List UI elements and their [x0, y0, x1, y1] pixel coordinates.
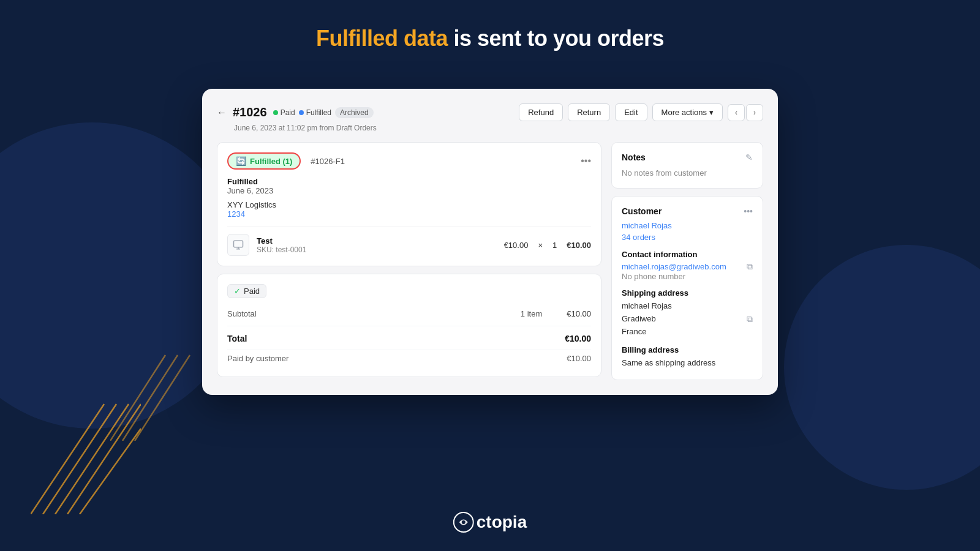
shipping-name: michael Rojas [622, 300, 672, 313]
svg-point-10 [462, 520, 466, 524]
shipping-address-title: Shipping address [622, 288, 753, 298]
truck-icon: 🔄 [236, 156, 246, 166]
customer-name-link[interactable]: michael Rojas [622, 221, 753, 230]
deco-lines-left2 [110, 331, 196, 441]
customer-header: Customer ••• [622, 206, 753, 216]
logo-icon [453, 512, 474, 533]
return-button[interactable]: Return [568, 103, 610, 121]
product-info: Test SKU: test-0001 [257, 236, 497, 254]
check-icon: ✓ [234, 287, 241, 296]
status-badges: Paid Fulfilled Archived [273, 107, 374, 118]
product-total: €10.00 [567, 241, 591, 250]
fulfillment-tracking[interactable]: 1234 [227, 209, 591, 219]
bg-circle-2 [784, 245, 980, 490]
subtotal-label: Subtotal [227, 309, 257, 318]
payment-header: ✓ Paid [227, 284, 591, 298]
fulfillment-id: #1026-F1 [311, 157, 345, 166]
fulfilled-badge: Fulfilled [299, 108, 331, 117]
customer-panel: Customer ••• michael Rojas 34 orders Con… [611, 196, 763, 380]
paid-dot [273, 110, 278, 115]
svg-line-0 [31, 404, 104, 514]
title-highlight: Fulfilled data [316, 26, 448, 51]
product-row: Test SKU: test-0001 €10.00 × 1 €10.00 [227, 226, 591, 256]
billing-address: Same as shipping address [622, 357, 753, 370]
total-row: Total €10.00 [227, 331, 591, 346]
fulfilled-panel-header: 🔄 Fulfilled (1) #1026-F1 ••• [227, 152, 591, 170]
contact-email[interactable]: michael.rojas@gradiweb.com [622, 262, 726, 271]
subtotal-items: 1 item [521, 309, 542, 318]
product-price: €10.00 [504, 241, 529, 250]
fulfilled-status-badge: 🔄 Fulfilled (1) [227, 152, 301, 170]
total-label: Total [227, 334, 247, 343]
paid-row: Paid by customer €10.00 [227, 350, 591, 367]
order-header-left: ← #1026 Paid Fulfilled Archived [217, 105, 374, 119]
content-layout: 🔄 Fulfilled (1) #1026-F1 ••• Fulfilled J… [217, 142, 763, 380]
shipping-address: michael Rojas Gradiweb France [622, 300, 672, 338]
right-column: Notes ✎ No notes from customer Customer … [611, 142, 763, 380]
svg-line-4 [80, 429, 141, 514]
svg-line-5 [110, 355, 165, 441]
logo-text: ctopia [477, 512, 527, 532]
product-pricing: €10.00 × 1 €10.00 [504, 241, 591, 250]
left-column: 🔄 Fulfilled (1) #1026-F1 ••• Fulfilled J… [217, 142, 601, 380]
fulfillment-carrier: XYY Logistics [227, 200, 591, 209]
product-name: Test [257, 236, 497, 246]
notes-title: Notes [622, 152, 646, 162]
svg-line-7 [135, 355, 190, 441]
next-button[interactable]: › [746, 104, 763, 121]
edit-button[interactable]: Edit [615, 103, 647, 121]
copy-address-icon[interactable]: ⧉ [747, 314, 753, 324]
fulfillment-more-icon[interactable]: ••• [581, 156, 591, 167]
svg-line-6 [123, 355, 178, 441]
shipping-company: Gradiweb [622, 313, 672, 326]
page-title: Fulfilled data is sent to you orders [0, 0, 980, 51]
contact-info-title: Contact information [622, 250, 753, 259]
order-number: #1026 [233, 105, 267, 119]
svg-line-1 [43, 404, 116, 514]
fulfilled-panel: 🔄 Fulfilled (1) #1026-F1 ••• Fulfilled J… [217, 142, 601, 266]
subtotal-value: €10.00 [567, 309, 591, 318]
chevron-down-icon: ▾ [709, 108, 714, 117]
back-arrow[interactable]: ← [217, 107, 227, 118]
product-image-placeholder [227, 234, 249, 256]
archived-badge: Archived [335, 107, 374, 118]
paid-value: €10.00 [567, 354, 591, 363]
fulfillment-date: June 6, 2023 [227, 186, 591, 195]
more-actions-button[interactable]: More actions ▾ [652, 103, 723, 121]
order-actions: Refund Return Edit More actions ▾ ‹ › [519, 103, 763, 121]
shipping-address-row: michael Rojas Gradiweb France ⧉ [622, 300, 753, 338]
prev-button[interactable]: ‹ [728, 104, 745, 121]
order-card: ← #1026 Paid Fulfilled Archived Refund R… [202, 89, 778, 395]
nav-arrows: ‹ › [728, 104, 763, 121]
edit-icon[interactable]: ✎ [745, 152, 753, 162]
notes-content: No notes from customer [622, 168, 707, 178]
svg-rect-8 [234, 241, 243, 247]
paid-badge: Paid [273, 108, 295, 117]
refund-button[interactable]: Refund [519, 103, 563, 121]
contact-phone: No phone number [622, 272, 753, 281]
logo-footer: ctopia [453, 512, 527, 533]
product-quantity: 1 [552, 241, 557, 250]
customer-title: Customer [622, 206, 662, 216]
order-date: June 6, 2023 at 11:02 pm from Draft Orde… [234, 124, 763, 132]
product-sku: SKU: test-0001 [257, 246, 497, 254]
fulfilled-header-left: 🔄 Fulfilled (1) #1026-F1 [227, 152, 345, 170]
paid-label: Paid by customer [227, 354, 288, 363]
summary-divider [227, 326, 591, 326]
notes-panel: Notes ✎ No notes from customer [611, 142, 763, 189]
subtotal-row: Subtotal 1 item €10.00 [227, 307, 591, 321]
title-white: is sent to you orders [448, 26, 664, 51]
product-multiply: × [538, 241, 543, 250]
fulfillment-info: Fulfilled June 6, 2023 XYY Logistics 123… [227, 177, 591, 219]
fulfilled-dot [299, 110, 304, 115]
customer-more-icon[interactable]: ••• [744, 206, 753, 216]
order-header: ← #1026 Paid Fulfilled Archived Refund R… [217, 103, 763, 121]
contact-email-row: michael.rojas@gradiweb.com ⧉ [622, 261, 753, 272]
copy-email-icon[interactable]: ⧉ [747, 261, 753, 272]
fulfillment-status: Fulfilled [227, 177, 591, 186]
shipping-country: France [622, 326, 672, 339]
notes-header: Notes ✎ [622, 152, 753, 162]
payment-status-badge: ✓ Paid [227, 284, 266, 298]
customer-orders-link[interactable]: 34 orders [622, 233, 655, 242]
payment-panel: ✓ Paid Subtotal 1 item €10.00 Total €10.… [217, 274, 601, 377]
